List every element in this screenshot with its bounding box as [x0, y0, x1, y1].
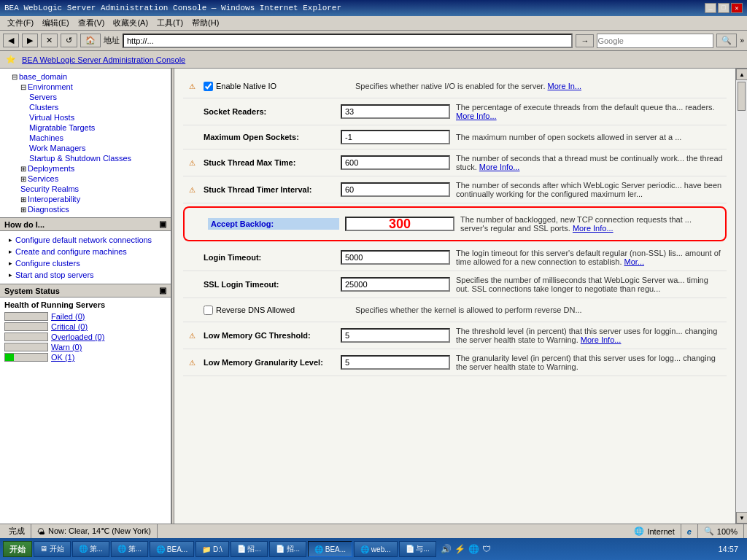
input-low-memory-gc[interactable]	[341, 328, 450, 343]
expand-icon: ⊞	[20, 195, 26, 203]
input-accept-backlog[interactable]	[345, 217, 454, 231]
input-ssl-login-timeout[interactable]	[341, 277, 450, 292]
checkbox-reverse-dns[interactable]	[204, 306, 213, 315]
status-label-ok[interactable]: OK (1)	[51, 353, 74, 362]
tray-icon-2: ⚡	[454, 544, 465, 554]
search-input[interactable]	[597, 34, 713, 48]
home-button[interactable]: 🏠	[80, 34, 101, 47]
taskbar-item-10[interactable]: 📄 与...	[399, 541, 436, 557]
forward-button[interactable]: ▶	[22, 34, 38, 47]
more-info-login-timeout[interactable]: Mor...	[624, 257, 645, 266]
fav-item-bea[interactable]: BEA WebLogic Server Administration Conso…	[22, 55, 185, 64]
sidebar-item-deployments[interactable]: ⊞ Deployments	[0, 163, 171, 174]
vertical-scrollbar[interactable]: ▲ ▼	[735, 69, 747, 524]
taskbar-clock: 14:57	[718, 545, 744, 553]
back-button[interactable]: ◀	[3, 34, 19, 47]
menu-bar: 文件(F) 编辑(E) 查看(V) 收藏夹(A) 工具(T) 帮助(H)	[0, 16, 747, 31]
menu-tools[interactable]: 工具(T)	[152, 16, 187, 30]
input-login-timeout[interactable]	[341, 250, 450, 265]
minimize-button[interactable]: _	[705, 3, 716, 13]
system-status-toggle[interactable]: ▣	[159, 286, 166, 295]
sidebar-item-virtual-hosts[interactable]: Virtual Hosts	[0, 112, 171, 122]
form-row-login-timeout: Login Timeout: The login timeout for thi…	[183, 244, 727, 271]
sidebar-item-label: Servers	[29, 93, 57, 101]
sidebar-item-diagnostics[interactable]: ⊞ Diagnostics	[0, 204, 171, 214]
sidebar-item-environment[interactable]: ⊟ Environment	[0, 82, 171, 92]
sidebar-item-interoperability[interactable]: ⊞ Interoperability	[0, 194, 171, 204]
howdoi-toggle[interactable]: ▣	[159, 219, 166, 229]
search-go-button[interactable]: 🔍	[716, 34, 737, 47]
sidebar-item-machines[interactable]: Machines	[0, 133, 171, 143]
status-label-failed[interactable]: Failed (0)	[51, 312, 85, 321]
sidebar-item-startup-shutdown[interactable]: Startup & Shutdown Classes	[0, 153, 171, 163]
start-button[interactable]: 开始	[3, 541, 32, 557]
expand-icon: ⊞	[20, 206, 26, 214]
expand-icon: ⊟	[12, 73, 18, 81]
warning-icon-granularity: ⚠	[186, 357, 198, 368]
howdoi-item-configure-clusters[interactable]: Configure clusters	[4, 257, 166, 269]
spacer-icon-ssl	[186, 279, 198, 290]
status-label-overloaded[interactable]: Overloaded (0)	[51, 332, 104, 341]
taskbar-item-6[interactable]: 📄 招...	[231, 541, 268, 557]
input-socket-readers[interactable]	[341, 104, 450, 119]
sidebar-item-security-realms[interactable]: Security Realms	[0, 184, 171, 194]
taskbar-item-4[interactable]: 🌐 BEA...	[150, 541, 194, 557]
maximize-button[interactable]: □	[718, 3, 729, 13]
sidebar-item-clusters[interactable]: Clusters	[0, 102, 171, 112]
sidebar-item-migratable-targets[interactable]: Migratable Targets	[0, 122, 171, 133]
taskbar-item-9[interactable]: 🌐 web...	[354, 541, 397, 557]
checkbox-native-io[interactable]	[204, 82, 213, 91]
sidebar-item-servers[interactable]: Servers	[0, 92, 171, 102]
sidebar-item-base-domain[interactable]: ⊟ base_domain	[0, 71, 171, 82]
taskbar-item-5[interactable]: 📁 D:\	[196, 541, 229, 557]
howdoi-item-start-stop[interactable]: Start and stop servers	[4, 269, 166, 281]
howdoi-item-create-machines[interactable]: Create and configure machines	[4, 246, 166, 257]
more-info-stuck-thread-max[interactable]: More Info...	[479, 163, 520, 171]
sidebar-item-label: Migratable Targets	[29, 123, 95, 132]
menu-file[interactable]: 文件(F)	[3, 16, 38, 30]
field-label-max-open-sockets: Maximum Open Sockets:	[204, 133, 335, 141]
menu-help[interactable]: 帮助(H)	[187, 16, 223, 30]
address-input[interactable]	[123, 34, 573, 48]
taskbar-item-1[interactable]: 🖥 开始	[34, 541, 71, 557]
menu-edit[interactable]: 编辑(E)	[38, 16, 74, 30]
status-label-warn[interactable]: Warn (0)	[51, 343, 82, 351]
howdoi-item-label: Configure default network connections	[15, 236, 152, 244]
more-info-native-io[interactable]: More In...	[548, 82, 581, 90]
menu-favorites[interactable]: 收藏夹(A)	[109, 16, 152, 30]
checkbox-label-reverse-dns[interactable]: Reverse DNS Allowed	[204, 306, 335, 315]
howdoi-item-configure-network[interactable]: Configure default network connections	[4, 234, 166, 246]
sidebar-item-services[interactable]: ⊞ Services	[0, 174, 171, 184]
status-label-critical[interactable]: Critical (0)	[51, 322, 88, 331]
input-max-open-sockets[interactable]	[341, 130, 450, 144]
scroll-up-button[interactable]: ▲	[736, 69, 747, 80]
more-info-socket-readers[interactable]: More Info...	[456, 112, 497, 120]
close-button[interactable]: ✕	[731, 3, 743, 13]
scroll-down-button[interactable]: ▼	[736, 512, 747, 524]
taskbar-item-7[interactable]: 📄 招...	[269, 541, 306, 557]
taskbar-item-2[interactable]: 🌐 第...	[72, 541, 109, 557]
input-low-memory-granularity[interactable]	[341, 355, 450, 370]
taskbar-item-3[interactable]: 🌐 第...	[111, 541, 148, 557]
sidebar-item-label: Environment	[28, 82, 73, 91]
checkbox-label-native-io[interactable]: Enable Native IO	[204, 82, 335, 91]
stop-button[interactable]: ✕	[41, 34, 58, 47]
sidebar-item-work-managers[interactable]: Work Managers	[0, 143, 171, 153]
input-stuck-thread-timer[interactable]	[341, 182, 450, 197]
more-info-low-memory-gc[interactable]: More Info...	[581, 335, 622, 344]
status-segment-zone: 🌐 Internet	[628, 524, 681, 538]
go-button[interactable]: →	[576, 34, 594, 47]
status-bar-critical-bg	[4, 322, 48, 331]
field-desc-reverse-dns: Specifies whether the kernel is allowed …	[355, 306, 724, 314]
form-row-stuck-thread-timer: ⚠ Stuck Thread Timer Interval: The numbe…	[183, 176, 727, 203]
more-info-accept-backlog[interactable]: More Info...	[573, 224, 614, 233]
menu-view[interactable]: 查看(V)	[74, 16, 109, 30]
scroll-thumb[interactable]	[738, 82, 746, 111]
taskbar-item-8[interactable]: 🌐 BEA...	[308, 541, 352, 557]
status-segment-browser: e	[681, 524, 698, 538]
refresh-button[interactable]: ↺	[61, 34, 77, 47]
window-controls[interactable]: _ □ ✕	[705, 3, 743, 13]
status-segment-weather: 🌤 Now: Clear, 14℃ (New York)	[31, 524, 158, 538]
input-stuck-thread-max[interactable]	[341, 155, 450, 170]
form-row-low-memory-granularity: ⚠ Low Memory Granularity Level: The gran…	[183, 349, 727, 376]
